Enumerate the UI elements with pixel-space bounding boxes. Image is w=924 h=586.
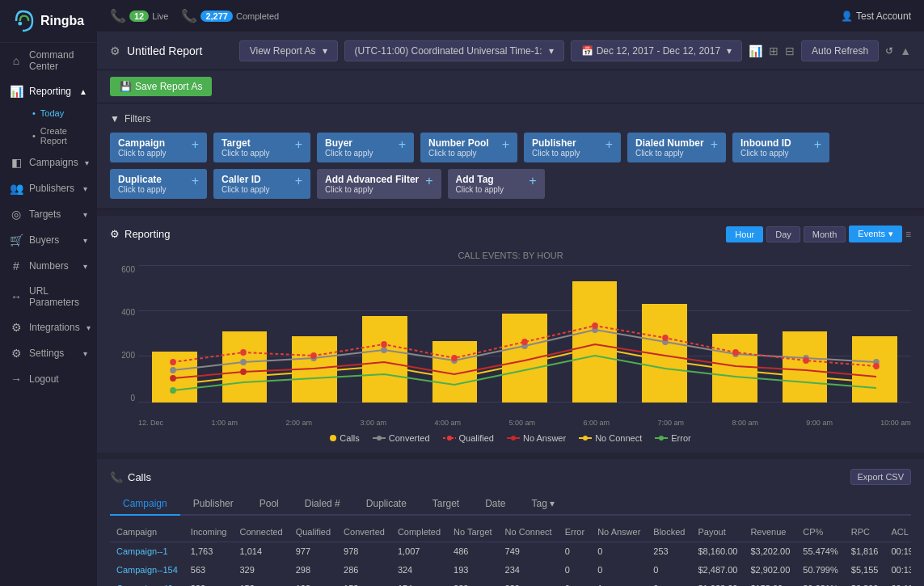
- sidebar-item-reporting[interactable]: 📊 Reporting ▲: [0, 78, 97, 104]
- filter-caller-id-label: Caller ID: [222, 174, 289, 185]
- grid-icon[interactable]: ⊟: [785, 44, 795, 57]
- sidebar-nav: ⌂ Command Center 📊 Reporting ▲ • Today •…: [0, 43, 97, 586]
- filter-chip-campaign[interactable]: Campaign Click to apply +: [110, 133, 207, 162]
- buyers-icon: 🛒: [10, 234, 23, 247]
- filter-chip-publisher[interactable]: Publisher Click to apply +: [524, 133, 621, 162]
- auto-refresh-button[interactable]: Auto Refresh: [801, 40, 879, 61]
- table-cell: $2,902.00: [744, 561, 796, 580]
- chart-plot-area: [138, 265, 911, 403]
- table-cell[interactable]: Campaign--1: [110, 542, 184, 561]
- chart-section: ⚙ Reporting Hour Day Month Events ≡ CALL…: [97, 216, 924, 453]
- chart-bar-icon[interactable]: 📊: [749, 44, 762, 57]
- tab-campaign[interactable]: Campaign: [110, 493, 180, 516]
- sidebar-item-numbers[interactable]: # Numbers ▾: [0, 253, 97, 279]
- col-cp: CP%: [796, 522, 844, 542]
- calendar-icon: 📅: [581, 45, 593, 57]
- filter-chip-buyer[interactable]: Buyer Click to apply +: [317, 133, 414, 162]
- filter-chip-target[interactable]: Target Click to apply +: [213, 133, 310, 162]
- filter-chip-dialed-number[interactable]: Dialed Number Click to apply +: [627, 133, 726, 162]
- user-account-button[interactable]: 👤 Test Account: [841, 11, 911, 22]
- report-settings-icon[interactable]: ⚙: [110, 44, 120, 57]
- legend-error-line-icon: [655, 435, 668, 441]
- filter-dialed-sub: Click to apply: [635, 149, 704, 158]
- filter-chip-add-tag[interactable]: Add Tag Click to apply +: [448, 169, 545, 199]
- sidebar-item-today[interactable]: • Today: [23, 104, 97, 122]
- tab-dialed[interactable]: Dialed #: [292, 493, 353, 516]
- chart-controls: Hour Day Month Events ≡: [726, 226, 911, 242]
- legend-calls-dot: [330, 435, 336, 441]
- sidebar-item-command-center[interactable]: ⌂ Command Center: [0, 43, 97, 78]
- table-cell[interactable]: Campaign--154: [110, 561, 184, 580]
- table-cell: 50.799%: [796, 561, 844, 580]
- collapse-icon[interactable]: ▲: [900, 44, 911, 57]
- table-cell: $1,816: [845, 542, 885, 561]
- table-cell: 0: [559, 542, 591, 561]
- ringba-logo: [10, 8, 36, 34]
- table-cell: 749: [499, 542, 559, 561]
- table-cell: 128: [289, 580, 337, 587]
- chart-day-button[interactable]: Day: [766, 226, 800, 242]
- buyers-arrow-icon: ▾: [83, 236, 87, 245]
- date-range-button[interactable]: 📅 Dec 12, 2017 - Dec 12, 2017: [571, 40, 742, 61]
- sidebar-item-campaigns[interactable]: ◧ Campaigns ▾: [0, 150, 97, 175]
- filter-chip-number-pool[interactable]: Number Pool Click to apply +: [420, 133, 517, 162]
- tab-duplicate[interactable]: Duplicate: [353, 493, 420, 516]
- col-acl: ACL: [884, 522, 911, 542]
- sidebar-item-buyers[interactable]: 🛒 Buyers ▾: [0, 227, 97, 253]
- sidebar-item-create-report[interactable]: • Create Report: [23, 122, 97, 150]
- table-cell: 0: [591, 542, 647, 561]
- chart-main-title: CALL EVENTS: BY HOUR: [110, 251, 911, 260]
- chart-hour-button[interactable]: Hour: [726, 226, 763, 242]
- table-cell: 153: [337, 580, 391, 587]
- legend-no-answer-label: No Answer: [523, 433, 566, 443]
- main-content: 📞 12 Live 📞 2,277 Completed 👤 Test Accou…: [97, 0, 924, 586]
- chart-month-button[interactable]: Month: [804, 226, 846, 242]
- filter-duplicate-label: Duplicate: [118, 174, 185, 185]
- filter-number-pool-sub: Click to apply: [428, 149, 496, 158]
- report-header: ⚙ Untitled Report View Report As (UTC-11…: [97, 32, 924, 70]
- sidebar-item-publishers[interactable]: 👥 Publishers ▾: [0, 175, 97, 201]
- sidebar-item-url-parameters[interactable]: ↔ URL Parameters: [0, 279, 97, 314]
- table-cell[interactable]: Campaign--46: [110, 580, 184, 587]
- logo-area: Ringba: [0, 0, 97, 43]
- tab-target[interactable]: Target: [420, 493, 472, 516]
- user-label: Test Account: [856, 11, 911, 22]
- view-report-button[interactable]: View Report As: [239, 40, 338, 61]
- sidebar-item-logout[interactable]: → Logout: [0, 366, 97, 392]
- table-cell: 154: [391, 580, 447, 587]
- save-report-button[interactable]: 💾 Save Report As: [110, 77, 212, 96]
- table-cell: 1: [591, 580, 647, 587]
- filter-chip-inbound-id[interactable]: Inbound ID Click to apply +: [732, 133, 829, 162]
- filter-chip-caller-id[interactable]: Caller ID Click to apply +: [213, 169, 310, 199]
- chart-menu-icon[interactable]: ≡: [905, 229, 911, 240]
- col-no-connect: No Connect: [499, 522, 559, 542]
- filter-number-pool-plus-icon: +: [502, 137, 509, 152]
- chart-events-button[interactable]: Events: [849, 226, 902, 242]
- tab-publisher[interactable]: Publisher: [180, 493, 247, 516]
- svg-point-35: [659, 436, 664, 441]
- sidebar-item-integrations[interactable]: ⚙ Integrations ▾: [0, 314, 97, 340]
- topbar: 📞 12 Live 📞 2,277 Completed 👤 Test Accou…: [97, 0, 924, 32]
- tab-pool[interactable]: Pool: [247, 493, 292, 516]
- calls-table-body: Campaign--11,7631,0149779781,00748674900…: [110, 542, 911, 587]
- integrations-arrow-icon: ▾: [86, 323, 91, 332]
- export-csv-button[interactable]: Export CSV: [850, 469, 911, 485]
- svg-point-18: [592, 323, 598, 329]
- sidebar-item-settings[interactable]: ⚙ Settings ▾: [0, 340, 97, 366]
- sidebar-item-targets[interactable]: ◎ Targets ▾: [0, 201, 97, 227]
- table-cell: 977: [289, 542, 337, 561]
- filter-chip-advanced[interactable]: Add Advanced Filter Click to apply +: [317, 169, 441, 199]
- table-icon[interactable]: ⊞: [769, 44, 778, 57]
- legend-no-answer-line-icon: [507, 435, 520, 441]
- tab-date[interactable]: Date: [472, 493, 518, 516]
- logo-text: Ringba: [40, 14, 84, 28]
- filter-dialed-plus-icon: +: [711, 137, 718, 152]
- tab-tag[interactable]: Tag ▾: [519, 493, 568, 516]
- svg-point-29: [447, 436, 452, 441]
- chart-legend: Calls Converted Qualified No Answer No C…: [110, 433, 911, 443]
- timezone-button[interactable]: (UTC-11:00) Coordinated Universal Time-1…: [344, 40, 564, 61]
- filter-chip-duplicate[interactable]: Duplicate Click to apply +: [110, 169, 207, 199]
- refresh-icon[interactable]: ↺: [885, 45, 893, 57]
- tab-target-label: Target: [432, 498, 459, 509]
- user-icon: 👤: [841, 11, 853, 22]
